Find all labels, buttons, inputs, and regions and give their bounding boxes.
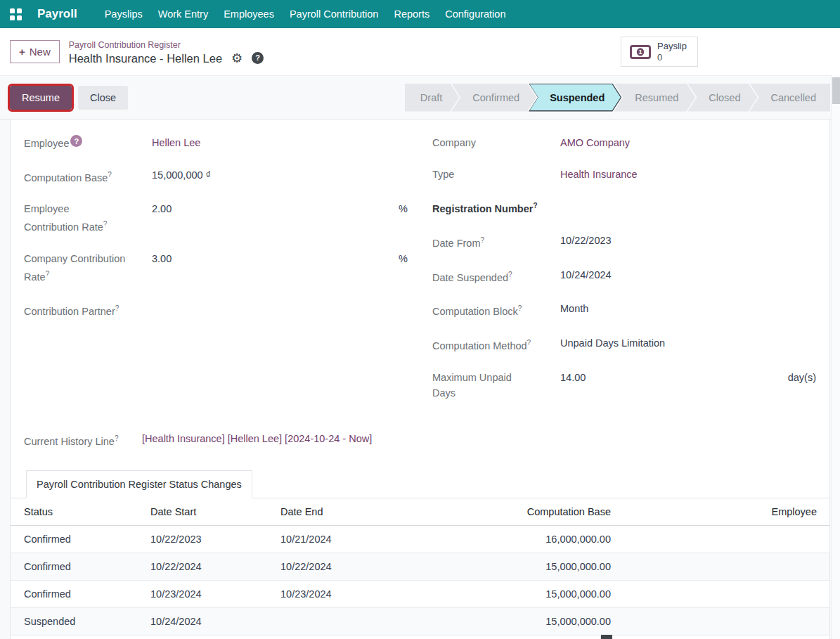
field-label: EmployeeContribution Rate?	[24, 201, 152, 235]
scrollbar-thumb[interactable]	[832, 77, 840, 104]
history-line-link[interactable]: [Health Insurance] [Hellen Lee] [2024-10…	[142, 431, 816, 449]
field-computation-block: Computation Block?Month	[432, 301, 816, 319]
pipeline-step-draft[interactable]: Draft	[405, 84, 459, 112]
nav-item-employees[interactable]: Employees	[216, 1, 282, 27]
cell-date-end: 10/22/2024	[280, 553, 449, 580]
cell-employee	[611, 553, 829, 580]
status-changes-table: StatusDate StartDate EndComputation Base…	[11, 498, 829, 635]
column-header-status[interactable]: Status	[11, 498, 150, 526]
pipeline-step-cancelled[interactable]: Cancelled	[750, 84, 831, 112]
field-label: Date From?	[432, 233, 560, 251]
svg-text:1: 1	[639, 49, 642, 56]
field-value: Month	[560, 301, 816, 319]
table-row[interactable]: Suspended10/24/202415,000,000.00	[11, 607, 829, 635]
help-badge-icon[interactable]: ?	[70, 135, 82, 147]
field-value: 2.00	[152, 201, 399, 235]
field-unit: %	[399, 251, 408, 285]
table-row[interactable]: Confirmed10/22/202410/22/202415,000,000.…	[11, 553, 829, 580]
resume-button[interactable]: Resume	[10, 86, 72, 110]
breadcrumb[interactable]: Payroll Contribution Register	[69, 40, 181, 51]
field-label: Date Suspended?	[432, 267, 560, 285]
tab-status-changes[interactable]: Payroll Contribution Register Status Cha…	[26, 470, 252, 498]
field-label: Computation Block?	[432, 301, 560, 319]
field-label: Computation Method?	[432, 335, 560, 354]
cell-date-end: 10/23/2024	[280, 580, 449, 607]
nav-item-payslips[interactable]: Payslips	[97, 1, 150, 27]
cell-status: Confirmed	[11, 580, 150, 607]
new-button[interactable]: + New	[10, 40, 60, 63]
field-date-from: Date From?10/22/2023	[432, 233, 816, 251]
close-button[interactable]: Close	[78, 86, 128, 110]
field-unit: day(s)	[788, 370, 816, 401]
pipeline-step-resumed[interactable]: Resumed	[614, 84, 695, 112]
field-value: 10/24/2024	[560, 267, 816, 285]
field-maximum-unpaid-days: Maximum UnpaidDays14.00day(s)	[432, 370, 816, 401]
cell-date-end: 10/21/2024	[280, 525, 449, 553]
field-value-link[interactable]: Health Insurance	[560, 167, 816, 182]
truncated-total-text	[601, 635, 612, 639]
cell-date-start: 10/24/2024	[150, 607, 280, 635]
nav-item-payroll-contribution[interactable]: Payroll Contribution	[282, 1, 387, 27]
field-label: Maximum UnpaidDays	[432, 370, 560, 401]
gear-icon[interactable]: ⚙	[231, 52, 243, 65]
page-title: Health Insurance - Hellen Lee	[69, 51, 222, 66]
field-value: 3.00	[152, 251, 399, 285]
field-value: 15,000,000 ₫	[152, 167, 408, 186]
cell-date-start: 10/23/2024	[150, 580, 280, 607]
apps-grid-icon[interactable]	[10, 8, 22, 20]
cell-status: Confirmed	[11, 553, 150, 580]
pipeline-step-suspended[interactable]: Suspended	[529, 84, 621, 112]
notebook: Payroll Contribution Register Status Cha…	[11, 470, 829, 635]
field-company-contribution-rate: Company ContributionRate?3.00%	[24, 251, 408, 285]
cell-employee	[611, 607, 829, 635]
field-label: Type	[432, 167, 560, 182]
stat-value: 0	[657, 52, 662, 63]
vertical-scrollbar[interactable]	[831, 75, 840, 639]
table-row[interactable]: Confirmed10/23/202410/23/202415,000,000.…	[11, 580, 829, 607]
cell-date-end	[280, 607, 449, 635]
payslip-stat-button[interactable]: 1 Payslip 0	[621, 37, 698, 67]
column-header-computation-base[interactable]: Computation Base	[449, 498, 611, 526]
field-value: 10/22/2023	[560, 233, 816, 251]
money-bill-icon: 1	[630, 45, 651, 59]
field-computation-base: Computation Base?15,000,000 ₫	[24, 167, 408, 186]
column-header-date-end[interactable]: Date End	[280, 498, 449, 526]
field-value-link[interactable]: Hellen Lee	[152, 135, 408, 151]
pipeline-step-confirmed[interactable]: Confirmed	[451, 84, 536, 112]
help-icon[interactable]: ?	[252, 52, 264, 64]
nav-item-configuration[interactable]: Configuration	[437, 1, 513, 27]
pipeline-step-closed[interactable]: Closed	[687, 84, 757, 112]
field-label: Contribution Partner?	[24, 301, 152, 319]
field-employee-contribution-rate: EmployeeContribution Rate?2.00%	[24, 201, 408, 235]
field-label: Company ContributionRate?	[24, 251, 152, 285]
field-value-link[interactable]: AMO Company	[560, 135, 816, 150]
cell-status: Suspended	[11, 607, 150, 635]
field-unit: %	[399, 201, 408, 235]
column-header-employee[interactable]: Employee	[611, 498, 829, 526]
field-value: Unpaid Days Limitation	[560, 335, 816, 354]
nav-item-reports[interactable]: Reports	[386, 1, 437, 27]
nav-item-work-entry[interactable]: Work Entry	[150, 1, 216, 27]
table-row[interactable]: Confirmed10/22/202310/21/202416,000,000.…	[11, 525, 829, 553]
app-brand[interactable]: Payroll	[37, 7, 77, 21]
field-current-history-line: Current History Line? [Health Insurance]…	[24, 431, 816, 449]
cell-date-start: 10/22/2023	[150, 525, 280, 553]
control-panel: + New Payroll Contribution Register Heal…	[0, 28, 840, 75]
cell-computation-base: 16,000,000.00	[449, 525, 611, 553]
cell-status: Confirmed	[11, 525, 150, 553]
field-label: Current History Line?	[24, 431, 152, 449]
field-computation-method: Computation Method?Unpaid Days Limitatio…	[432, 335, 816, 354]
field-value: 14.00	[560, 370, 788, 401]
field-value	[560, 198, 816, 217]
cell-computation-base: 15,000,000.00	[449, 580, 611, 607]
plus-icon: +	[19, 46, 25, 58]
top-navbar: Payroll PayslipsWork EntryEmployeesPayro…	[0, 0, 840, 28]
cell-date-start: 10/22/2024	[150, 553, 280, 580]
field-label: Registration Number?	[432, 198, 560, 217]
status-bar: Resume Close DraftConfirmedSuspendedResu…	[0, 75, 840, 120]
field-registration-number: Registration Number?	[432, 198, 816, 217]
column-header-date-start[interactable]: Date Start	[150, 498, 280, 526]
field-employee: Employee?Hellen Lee	[24, 135, 408, 151]
field-label: Employee?	[24, 135, 152, 151]
stat-label: Payslip	[657, 41, 687, 51]
